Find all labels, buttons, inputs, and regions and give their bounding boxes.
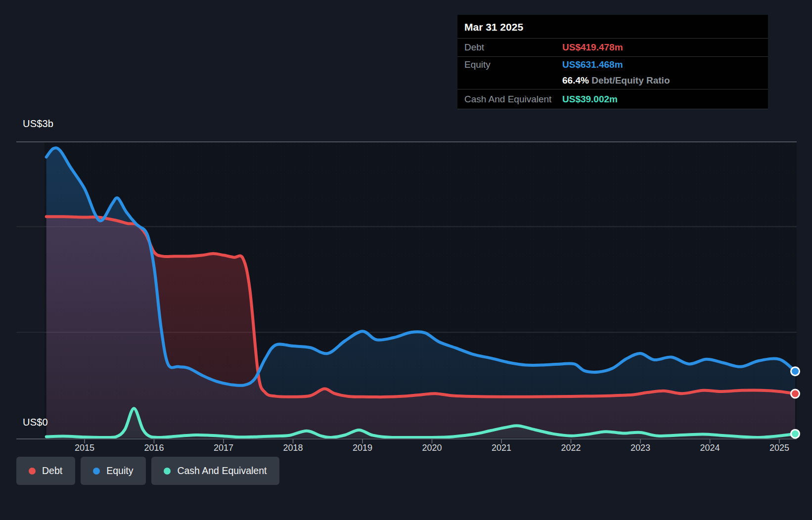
cash-end-marker <box>791 430 800 438</box>
tooltip-equity-value: US$631.468m <box>562 59 761 70</box>
debt-equity-history-chart: US$3b US$0 20152016201720182019202020212… <box>0 0 812 520</box>
legend-item-debt[interactable]: Debt <box>16 457 75 485</box>
tooltip-cash-label: Cash And Equivalent <box>464 94 562 105</box>
tooltip-ratio: 66.4% Debt/Equity Ratio <box>562 75 761 86</box>
tooltip-date: Mar 31 2025 <box>457 15 768 39</box>
legend-label: Debt <box>42 465 62 477</box>
legend-item-cash-and-equivalent[interactable]: Cash And Equivalent <box>151 457 279 485</box>
legend-label: Equity <box>106 465 133 477</box>
legend-dot-icon <box>93 468 100 475</box>
tooltip-debt-label: Debt <box>464 42 562 53</box>
legend-dot-icon <box>29 468 36 475</box>
y-axis-max-label: US$3b <box>23 118 53 130</box>
ratio-label: Debt/Equity Ratio <box>591 75 670 86</box>
legend-item-equity[interactable]: Equity <box>81 457 146 485</box>
ratio-value: 66.4% <box>562 75 589 86</box>
tooltip-equity-row: Equity US$631.468m <box>457 57 768 72</box>
legend-dot-icon <box>164 468 171 475</box>
legend-label: Cash And Equivalent <box>177 465 267 477</box>
tooltip-ratio-row: 66.4% Debt/Equity Ratio <box>457 72 768 89</box>
legend: DebtEquityCash And Equivalent <box>16 457 279 485</box>
tooltip-cash-value: US$39.002m <box>562 94 761 105</box>
tooltip-cash-row: Cash And Equivalent US$39.002m <box>457 89 768 109</box>
debt-end-marker <box>791 390 800 398</box>
tooltip-debt-row: Debt US$419.478m <box>457 39 768 57</box>
tooltip-debt-value: US$419.478m <box>562 42 761 53</box>
tooltip-equity-label: Equity <box>464 59 562 70</box>
equity-end-marker <box>791 367 800 376</box>
tooltip-panel: Mar 31 2025 Debt US$419.478m Equity US$6… <box>457 15 768 109</box>
y-axis-zero-label: US$0 <box>23 417 48 428</box>
